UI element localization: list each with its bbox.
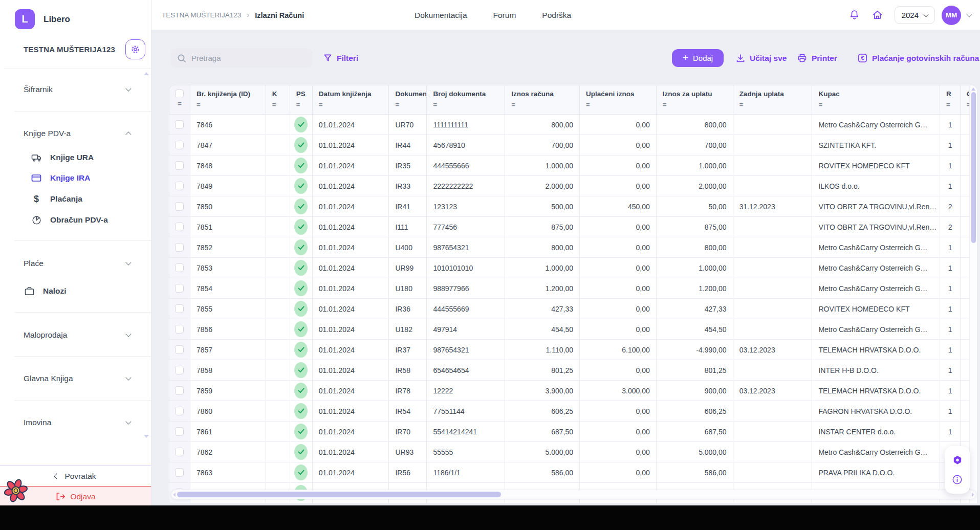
col-header-ps[interactable]: PS= xyxy=(290,85,313,114)
row-checkbox[interactable] xyxy=(175,120,184,129)
row-checkbox[interactable] xyxy=(175,325,184,334)
row-checkbox[interactable] xyxy=(175,468,184,477)
breadcrumb-company[interactable]: TESTNA MUŠTERIJA123 xyxy=(162,11,241,19)
col-header-broj-dokumenta[interactable]: Broj dokumenta= xyxy=(427,85,505,114)
col-header-k[interactable]: K= xyxy=(266,85,290,114)
table-row[interactable]: 784701.01.2024IR4445678910700,000,00700,… xyxy=(169,135,977,156)
vertical-scrollbar-thumb[interactable] xyxy=(971,92,976,243)
col-header-zadnja-uplata[interactable]: Zadnja uplata= xyxy=(733,85,813,114)
notifications-bell-icon[interactable] xyxy=(848,9,860,21)
table-row[interactable]: 786201.01.2024UR93555555.000,000,005.000… xyxy=(169,442,977,462)
row-checkbox[interactable] xyxy=(175,202,184,211)
vertical-scrollbar[interactable] xyxy=(969,85,977,503)
sidebar-item-knjige-ira[interactable]: Knjige IRA xyxy=(31,168,141,188)
col-header-iznos-za-uplatu[interactable]: Iznos za uplatu= xyxy=(657,85,733,114)
sidebar-group-maloprodaja[interactable]: Maloprodaja xyxy=(24,323,130,347)
sidebar-group-glavna-knjiga[interactable]: Glavna Knjiga xyxy=(24,367,130,390)
nav-dokumentacija[interactable]: Dokumentacija xyxy=(415,11,467,20)
filters-button[interactable]: Filteri xyxy=(323,49,358,68)
filter-operator[interactable]: = xyxy=(296,101,300,108)
add-button[interactable]: + Dodaj xyxy=(672,49,724,67)
company-settings-button[interactable] xyxy=(125,39,145,59)
row-checkbox[interactable] xyxy=(175,427,184,436)
row-checkbox[interactable] xyxy=(175,243,184,252)
table-row[interactable]: 785701.01.2024IR379876543211.110,006.100… xyxy=(169,340,977,360)
row-checkbox[interactable] xyxy=(175,161,184,170)
sidebar-group-imovina[interactable]: Imovina xyxy=(24,411,130,434)
select-all-header[interactable]: = xyxy=(169,85,190,114)
sidebar-item-placanja[interactable]: $ Plaćanja xyxy=(31,189,141,209)
user-avatar[interactable]: MM xyxy=(942,6,961,25)
filter-operator[interactable]: = xyxy=(433,101,437,108)
row-checkbox[interactable] xyxy=(175,345,184,354)
filter-operator[interactable]: = xyxy=(395,101,399,108)
cash-payment-button[interactable]: € Plaćanje gotovinskih računa xyxy=(858,49,979,67)
col-header-dokument[interactable]: Dokument= xyxy=(389,85,427,114)
table-row[interactable]: 785401.01.2024U1809889779661.200,000,001… xyxy=(169,278,977,299)
filter-operator[interactable]: = xyxy=(663,101,667,108)
row-checkbox[interactable] xyxy=(175,366,184,374)
table-row[interactable]: 786001.01.2024IR5477551144606,250,00606,… xyxy=(169,401,977,422)
sidebar-item-knjige-ura[interactable]: Knjige URA xyxy=(31,147,141,168)
table-row[interactable]: 786301.01.2024IR561186/1/1586,000,00586,… xyxy=(169,462,977,483)
sidebar-group-knjige-pdva[interactable]: Knjige PDV-a xyxy=(24,122,130,145)
filter-operator[interactable]: = xyxy=(586,101,590,108)
filter-operator[interactable]: = xyxy=(178,100,182,107)
sidebar-group-sifrarnik[interactable]: Šifrarnik xyxy=(24,78,130,101)
table-row[interactable]: 785601.01.2024U182497914454,500,00454,50… xyxy=(169,319,977,340)
select-all-checkbox[interactable] xyxy=(175,90,184,98)
scroll-down-arrow-icon[interactable] xyxy=(144,435,149,438)
scroll-up-arrow-icon[interactable] xyxy=(144,72,149,75)
col-header-uplaceni-iznos[interactable]: Uplaćeni iznos= xyxy=(580,85,657,114)
row-checkbox[interactable] xyxy=(175,182,184,190)
scroll-right-arrow-icon[interactable] xyxy=(972,493,974,497)
load-all-button[interactable]: Učitaj sve xyxy=(736,49,787,67)
sidebar-item-nalozi[interactable]: Nalozi xyxy=(24,281,141,301)
table-row[interactable]: 785101.01.2024I111777456875,000,00875,00… xyxy=(169,217,977,237)
info-icon[interactable] xyxy=(952,474,963,485)
table-row[interactable]: 785901.01.2024IR78122223.900,003.000,009… xyxy=(169,381,977,401)
table-row[interactable]: 785301.01.2024UR9910101010101.000,000,00… xyxy=(169,258,977,278)
col-header-datum-knjizenja[interactable]: Datum knjiženja= xyxy=(313,85,389,114)
nav-podrska[interactable]: Podrška xyxy=(542,11,571,20)
filter-operator[interactable]: = xyxy=(946,101,950,108)
table-row[interactable]: 784601.01.2024UR701111111111800,000,0080… xyxy=(169,115,977,135)
row-checkbox[interactable] xyxy=(175,407,184,415)
settings-hexagon-icon[interactable] xyxy=(952,455,963,466)
filter-operator[interactable]: = xyxy=(818,101,822,108)
col-header-kupac[interactable]: Kupac= xyxy=(812,85,940,114)
nav-forum[interactable]: Forum xyxy=(493,11,516,20)
table-row[interactable]: 785801.01.2024IR58654654654801,250,00801… xyxy=(169,360,977,381)
table-row[interactable]: 786101.01.2024IR7055414214241687,500,006… xyxy=(169,422,977,442)
row-checkbox[interactable] xyxy=(175,448,184,456)
horizontal-scrollbar[interactable] xyxy=(171,490,976,499)
row-checkbox[interactable] xyxy=(175,223,184,231)
printer-button[interactable]: Printer xyxy=(797,49,837,67)
search-input[interactable] xyxy=(191,54,307,62)
row-checkbox[interactable] xyxy=(175,263,184,272)
sidebar-item-obracun-pdva[interactable]: Obračun PDV-a xyxy=(31,210,141,230)
row-checkbox[interactable] xyxy=(175,284,184,293)
col-header-id[interactable]: Br. knjiženja (ID)= xyxy=(190,85,266,114)
scroll-up-arrow-icon[interactable] xyxy=(971,87,975,91)
app-logo[interactable]: L Libero xyxy=(15,9,70,29)
row-checkbox[interactable] xyxy=(175,386,184,395)
table-row[interactable]: 784801.01.2024IR354445556661.000,000,001… xyxy=(169,156,977,176)
col-header-iznos-racuna[interactable]: Iznos računa= xyxy=(505,85,580,114)
filter-operator[interactable]: = xyxy=(197,101,201,108)
col-header-r[interactable]: R= xyxy=(940,85,961,114)
row-checkbox[interactable] xyxy=(175,141,184,149)
filter-operator[interactable]: = xyxy=(511,101,515,108)
table-row[interactable]: 785501.01.2024IR36444555669427,330,00427… xyxy=(169,299,977,319)
table-row[interactable]: 785201.01.2024U400987654321800,000,00800… xyxy=(169,237,977,258)
horizontal-scrollbar-thumb[interactable] xyxy=(177,492,501,497)
row-checkbox[interactable] xyxy=(175,304,184,313)
user-menu-chevron-icon[interactable] xyxy=(966,11,972,17)
filter-operator[interactable]: = xyxy=(319,101,323,108)
year-select[interactable]: 2024 xyxy=(895,6,935,24)
sidebar-group-place[interactable]: Plaće xyxy=(24,252,130,275)
scroll-left-arrow-icon[interactable] xyxy=(173,493,176,497)
filter-operator[interactable]: = xyxy=(272,101,276,108)
table-row[interactable]: 784901.01.2024IR3322222222222.000,000,00… xyxy=(169,176,977,196)
home-icon[interactable] xyxy=(872,9,883,21)
